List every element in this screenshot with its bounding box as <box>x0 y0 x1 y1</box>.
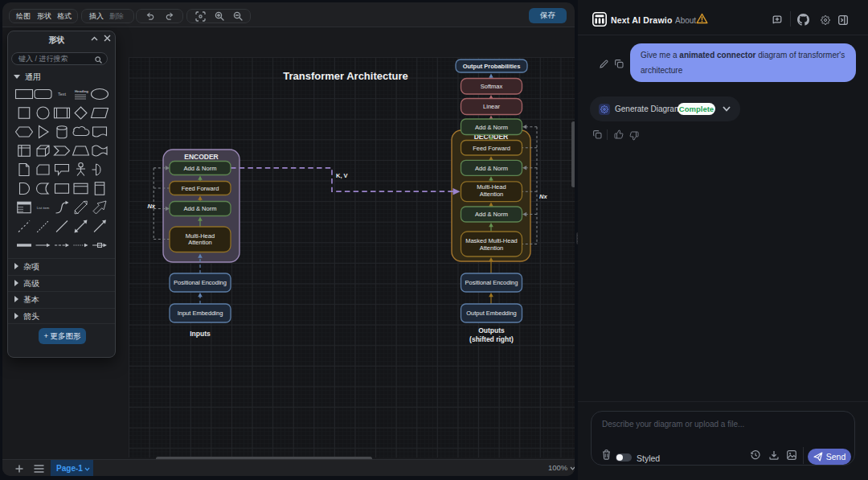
svg-text:Output Embedding: Output Embedding <box>466 310 517 317</box>
svg-text:Nx: Nx <box>147 203 155 210</box>
svg-text:Feed Forward: Feed Forward <box>473 145 510 152</box>
svg-text:Add & Norm: Add & Norm <box>184 165 217 172</box>
svg-text:K, V: K, V <box>336 172 348 179</box>
svg-text:Nx: Nx <box>539 193 547 200</box>
svg-text:Softmax: Softmax <box>481 83 503 90</box>
svg-text:Feed Forward: Feed Forward <box>182 185 219 192</box>
svg-text:Output Probabilities: Output Probabilities <box>463 63 521 70</box>
svg-text:Attention: Attention <box>480 244 504 252</box>
svg-text:Transformer Architecture: Transformer Architecture <box>283 70 408 82</box>
svg-text:Add & Norm: Add & Norm <box>475 211 508 218</box>
svg-text:(shifted right): (shifted right) <box>469 335 514 343</box>
svg-text:Positional Encoding: Positional Encoding <box>465 279 518 286</box>
svg-text:Positional Encoding: Positional Encoding <box>174 279 227 286</box>
svg-text:ENCODER: ENCODER <box>184 153 219 161</box>
svg-text:Linear: Linear <box>483 103 500 110</box>
svg-text:Heading: Heading <box>75 89 88 93</box>
svg-text:Add & Norm: Add & Norm <box>475 165 508 172</box>
svg-text:Add & Norm: Add & Norm <box>475 124 508 131</box>
svg-text:Input Embedding: Input Embedding <box>178 310 223 317</box>
svg-text:Add & Norm: Add & Norm <box>184 205 217 212</box>
svg-text:Attention: Attention <box>480 191 504 198</box>
svg-text:Attention: Attention <box>188 239 212 246</box>
svg-text:Inputs: Inputs <box>190 330 211 338</box>
svg-text:Text: Text <box>58 92 67 96</box>
svg-text:Outputs: Outputs <box>478 326 505 334</box>
svg-text:List item: List item <box>37 206 50 210</box>
